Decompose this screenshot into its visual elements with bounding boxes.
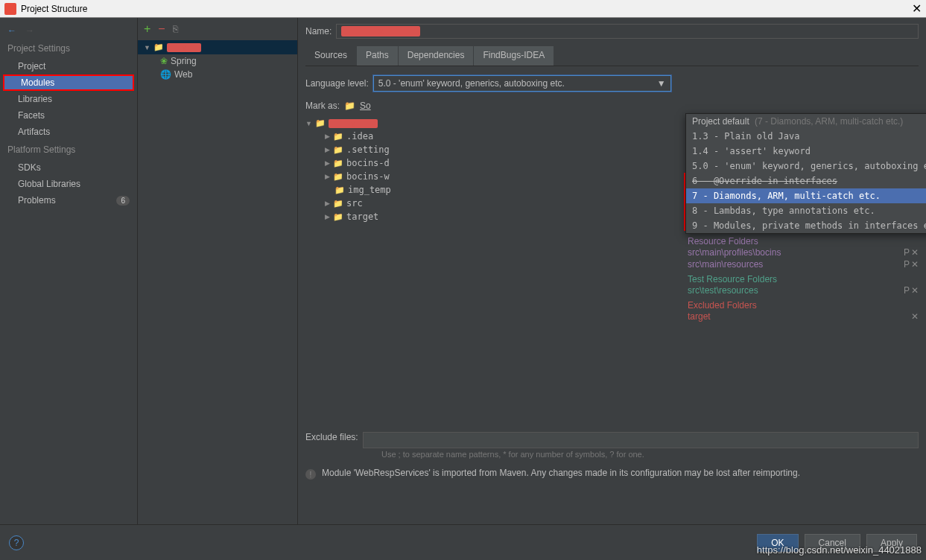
nav-modules[interactable]: Modules <box>3 74 134 91</box>
nav-heading-platform: Platform Settings <box>0 140 137 159</box>
chevron-down-icon: ▼ <box>657 78 666 89</box>
dd-9[interactable]: 9 - Modules, private methods in interfac… <box>686 218 926 233</box>
copy-icon[interactable]: ⎘ <box>173 24 178 34</box>
facet-web[interactable]: 🌐 Web <box>138 68 297 81</box>
nav-facets[interactable]: Facets <box>0 107 137 124</box>
nav-heading-project: Project Settings <box>0 39 137 58</box>
spring-icon: ❀ <box>160 56 168 66</box>
nav-problems[interactable]: Problems 6 <box>0 192 137 209</box>
excluded-folders-hdr: Excluded Folders <box>688 296 919 311</box>
res-path-1[interactable]: src\main\resourcesP✕ <box>688 258 919 270</box>
left-nav: ← → Project Settings Project Modules Lib… <box>0 18 138 524</box>
root-path-redacted: x <box>329 119 378 128</box>
folder-icon: 📁 <box>315 118 326 128</box>
language-level-label: Language level: <box>305 78 369 89</box>
help-icon[interactable]: ? <box>9 535 24 550</box>
test-resource-folders-hdr: Test Resource Folders <box>688 270 919 284</box>
facet-spring[interactable]: ❀ Spring <box>138 54 297 68</box>
titlebar: Project Structure ✕ <box>0 0 926 18</box>
sources-mark-icon[interactable]: 📁 <box>344 101 355 111</box>
nav-arrows: ← → <box>0 22 137 39</box>
res-path-0[interactable]: src\main\profiles\bocinsP✕ <box>688 246 919 258</box>
add-icon[interactable]: + <box>144 22 150 36</box>
module-icon: 📁 <box>153 42 164 52</box>
module-root[interactable]: ▼ 📁 x <box>138 40 297 54</box>
nav-problems-label: Problems <box>18 195 56 206</box>
tab-sources[interactable]: Sources <box>305 46 357 66</box>
app-icon <box>4 3 16 15</box>
dd-8[interactable]: 8 - Lambdas, type annotations etc. <box>686 203 926 218</box>
warning-row: ! Module 'WebRespServices' is imported f… <box>305 468 919 480</box>
language-level-dropdown[interactable]: Project default (7 - Diamonds, ARM, mult… <box>685 113 926 234</box>
name-redacted: x <box>341 26 420 36</box>
nav-libraries[interactable]: Libraries <box>0 91 137 107</box>
back-icon[interactable]: ← <box>7 25 16 36</box>
nav-project[interactable]: Project <box>0 58 137 74</box>
name-field[interactable]: x <box>336 24 919 39</box>
mark-as-label: Mark as: <box>305 101 340 111</box>
tab-paths[interactable]: Paths <box>357 46 399 66</box>
warning-icon: ! <box>305 469 316 480</box>
resource-folders-hdr: Resource Folders <box>688 232 919 246</box>
tab-findbugs[interactable]: FindBugs-IDEA <box>474 46 554 66</box>
expand-icon[interactable]: ▼ <box>305 120 312 127</box>
language-level-select[interactable]: 5.0 - 'enum' keyword, generics, autoboxi… <box>373 75 671 92</box>
nav-global-libraries[interactable]: Global Libraries <box>0 176 137 192</box>
tabs: Sources Paths Dependencies FindBugs-IDEA <box>305 46 919 66</box>
dd-5-0[interactable]: 5.0 - 'enum' keyword, generics, autoboxi… <box>686 159 926 174</box>
exclude-files-input[interactable] <box>363 432 919 448</box>
warning-text: Module 'WebRespServices' is imported fro… <box>322 468 800 478</box>
watermark: https://blog.csdn.net/weixin_44021888 <box>757 544 922 556</box>
exclude-files-label: Exclude files: <box>305 432 358 448</box>
module-tree: + − ⎘ ▼ 📁 x ❀ Spring 🌐 Web <box>138 18 298 524</box>
nav-sdks[interactable]: SDKs <box>0 159 137 176</box>
exclude-hint: Use ; to separate name patterns, * for a… <box>381 450 919 459</box>
web-icon: 🌐 <box>160 69 171 80</box>
facet-spring-label: Spring <box>171 56 197 66</box>
expand-icon[interactable]: ▼ <box>144 44 150 51</box>
tab-dependencies[interactable]: Dependencies <box>399 46 475 66</box>
facet-web-label: Web <box>174 69 192 80</box>
forward-icon: → <box>25 25 34 36</box>
excl-path[interactable]: target✕ <box>688 311 919 322</box>
dd-7[interactable]: 7 - Diamonds, ARM, multi-catch etc. <box>686 188 926 203</box>
problems-badge: 6 <box>116 196 130 206</box>
language-level-value: 5.0 - 'enum' keyword, generics, autoboxi… <box>378 78 565 89</box>
dd-1-4[interactable]: 1.4 - 'assert' keyword <box>686 144 926 159</box>
dd-6[interactable]: 6 - @Override in interfaces <box>686 174 926 188</box>
nav-artifacts[interactable]: Artifacts <box>0 124 137 140</box>
testres-path[interactable]: src\test\resourcesP✕ <box>688 284 919 296</box>
module-name-redacted: x <box>167 43 201 52</box>
dd-1-3[interactable]: 1.3 - Plain old Java <box>686 129 926 144</box>
window-title: Project Structure <box>21 4 87 14</box>
dd-project-default[interactable]: Project default (7 - Diamonds, ARM, mult… <box>686 114 926 129</box>
close-icon[interactable]: ✕ <box>912 1 922 16</box>
sources-mark-label[interactable]: So <box>360 101 371 111</box>
remove-icon[interactable]: − <box>158 22 165 36</box>
content-panel: Name: x Sources Paths Dependencies FindB… <box>298 18 926 524</box>
name-label: Name: <box>305 26 332 36</box>
